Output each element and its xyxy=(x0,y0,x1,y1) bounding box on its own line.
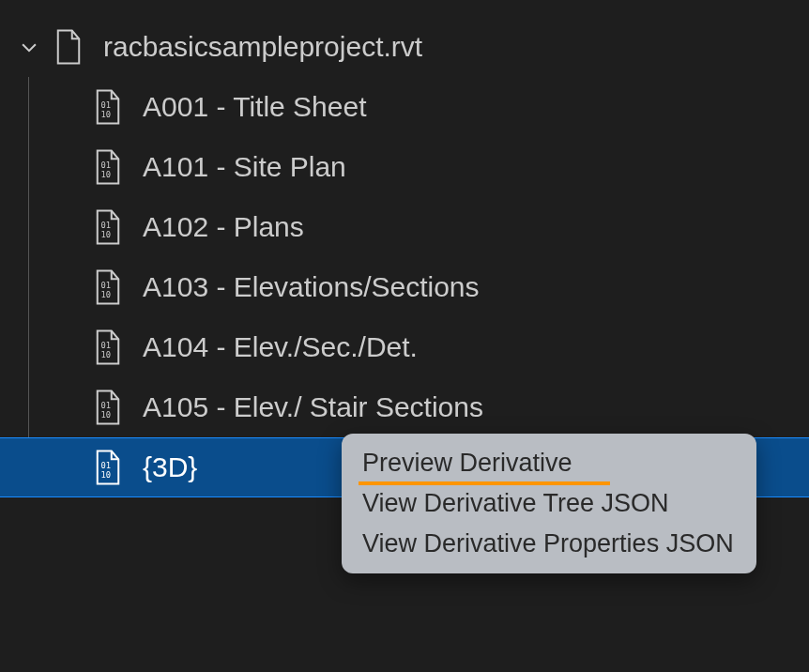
svg-text:10: 10 xyxy=(101,410,112,420)
svg-text:01: 01 xyxy=(101,160,112,170)
tree-item-label: A001 - Title Sheet xyxy=(143,91,366,123)
context-menu-preview-derivative[interactable]: Preview Derivative xyxy=(342,443,756,483)
context-menu-view-tree-json[interactable]: View Derivative Tree JSON xyxy=(342,483,756,524)
svg-text:10: 10 xyxy=(101,290,112,299)
binary-file-icon: 01 10 xyxy=(94,329,122,365)
tree-item-5[interactable]: 01 10 A105 - Elev./ Stair Sections xyxy=(0,377,809,437)
svg-text:10: 10 xyxy=(101,230,112,239)
context-menu-item-label: Preview Derivative xyxy=(362,449,572,477)
tree-item-label: A101 - Site Plan xyxy=(143,151,346,183)
binary-file-icon: 01 10 xyxy=(94,269,122,305)
svg-text:10: 10 xyxy=(101,110,112,119)
svg-text:01: 01 xyxy=(101,401,112,410)
file-tree: racbasicsampleproject.rvt 01 10 A001 - T… xyxy=(0,0,809,497)
binary-file-icon: 01 10 xyxy=(94,450,122,485)
svg-text:01: 01 xyxy=(101,221,112,230)
binary-file-icon: 01 10 xyxy=(94,149,122,185)
chevron-down-icon[interactable] xyxy=(19,37,39,57)
root-label: racbasicsampleproject.rvt xyxy=(103,31,422,63)
tree-item-label: A105 - Elev./ Stair Sections xyxy=(143,391,483,423)
svg-text:10: 10 xyxy=(101,350,112,359)
tree-item-3[interactable]: 01 10 A103 - Elevations/Sections xyxy=(0,257,809,317)
svg-text:01: 01 xyxy=(101,341,112,350)
tree-root-row[interactable]: racbasicsampleproject.rvt xyxy=(0,17,809,77)
binary-file-icon: 01 10 xyxy=(94,209,122,245)
tree-item-label: A103 - Elevations/Sections xyxy=(143,271,480,303)
tree-item-label: A104 - Elev./Sec./Det. xyxy=(143,331,418,363)
svg-text:10: 10 xyxy=(101,470,112,480)
context-menu: Preview Derivative View Derivative Tree … xyxy=(342,434,756,573)
context-menu-item-label: View Derivative Tree JSON xyxy=(362,489,669,517)
context-menu-item-label: View Derivative Properties JSON xyxy=(362,529,734,557)
binary-file-icon: 01 10 xyxy=(94,389,122,425)
tree-item-label: {3D} xyxy=(143,451,197,483)
svg-text:01: 01 xyxy=(101,281,112,290)
file-icon xyxy=(54,29,83,65)
svg-text:10: 10 xyxy=(101,170,112,179)
tree-item-1[interactable]: 01 10 A101 - Site Plan xyxy=(0,137,809,197)
tree-item-4[interactable]: 01 10 A104 - Elev./Sec./Det. xyxy=(0,317,809,377)
tree-item-0[interactable]: 01 10 A001 - Title Sheet xyxy=(0,77,809,137)
tree-item-label: A102 - Plans xyxy=(143,211,304,243)
context-menu-view-properties-json[interactable]: View Derivative Properties JSON xyxy=(342,524,756,564)
tree-item-2[interactable]: 01 10 A102 - Plans xyxy=(0,197,809,257)
svg-text:01: 01 xyxy=(101,100,112,110)
svg-text:01: 01 xyxy=(101,461,112,470)
binary-file-icon: 01 10 xyxy=(94,89,122,125)
